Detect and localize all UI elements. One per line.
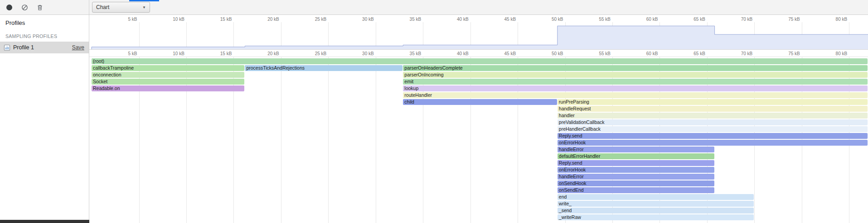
frame-label: processTicksAndRejections xyxy=(245,65,402,71)
frame-label: (root) xyxy=(92,58,868,64)
frame-handler[interactable]: handler xyxy=(558,113,868,119)
chart-view-select[interactable]: Chart ▼ xyxy=(92,2,150,13)
memory-ruler-bottom: 5 kB10 kB15 kB20 kB25 kB30 kB35 kB40 kB4… xyxy=(89,50,868,57)
overview-area-chart xyxy=(89,22,868,49)
focus-accent-bar xyxy=(129,0,159,1)
frame-label: lookup xyxy=(403,85,868,91)
frame-label: onErrorHook xyxy=(558,140,868,146)
frame-prevalidationcallback[interactable]: preValidationCallback xyxy=(558,119,868,125)
chevron-down-icon: ▼ xyxy=(142,5,146,9)
frame-writeraw[interactable]: _writeRaw xyxy=(558,214,754,220)
flame-row: routeHandler xyxy=(89,92,868,99)
record-icon xyxy=(6,5,12,10)
ruler-tick-label: 50 kB xyxy=(552,51,563,56)
ruler-tick-label: 65 kB xyxy=(693,17,705,22)
frame-label: handleError xyxy=(558,174,714,180)
frame-label: onSendEnd xyxy=(558,187,714,193)
flame-row: end xyxy=(89,194,868,200)
ruler-tick-label: 45 kB xyxy=(504,51,516,56)
ruler-tick-label: 25 kB xyxy=(315,51,327,56)
frame-routehandler[interactable]: routeHandler xyxy=(403,92,868,98)
frame-socket[interactable]: Socket xyxy=(92,79,244,85)
trash-icon xyxy=(37,4,43,11)
frame-label: runPreParsing xyxy=(558,99,868,105)
flame-chart: (root)callbackTrampolineprocessTicksAndR… xyxy=(89,57,868,223)
frame-parseronheaderscomplete[interactable]: parserOnHeadersComplete xyxy=(403,65,868,71)
frame-onerrorhook[interactable]: onErrorHook xyxy=(558,140,868,146)
frame-label: parserOnHeadersComplete xyxy=(403,65,868,71)
frame-child[interactable]: child xyxy=(403,99,557,105)
frame-label: write_ xyxy=(558,201,754,207)
flame-row: childrunPreParsing xyxy=(89,99,868,105)
frame-label: preHandlerCallback xyxy=(558,126,868,132)
ruler-tick-label: 40 kB xyxy=(457,51,469,56)
frame-defaulterrorhandler[interactable]: defaultErrorHandler xyxy=(558,153,714,159)
ruler-tick-label: 30 kB xyxy=(362,51,374,56)
view-select-value: Chart xyxy=(96,4,109,10)
frame-label: end xyxy=(558,194,754,200)
frame-send[interactable]: _send xyxy=(558,208,754,214)
frame-handleerror[interactable]: handleError xyxy=(558,147,714,152)
ruler-tick-label: 50 kB xyxy=(552,17,563,22)
sidebar-item-profile-1[interactable]: Profile 1 Save xyxy=(0,42,89,53)
frame-callbacktrampoline[interactable]: callbackTrampoline xyxy=(92,65,244,71)
ruler-tick-label: 55 kB xyxy=(599,17,611,22)
flame-row: handleError xyxy=(89,146,868,153)
frame-emit[interactable]: emit xyxy=(403,79,868,85)
ruler-tick-label: 75 kB xyxy=(788,51,800,56)
allocation-overview[interactable] xyxy=(89,22,868,50)
frame-label: Reply.send xyxy=(558,133,868,139)
frame-onsendhook[interactable]: onSendHook xyxy=(558,180,714,186)
frame-root[interactable]: (root) xyxy=(92,58,868,64)
frame-handleerror[interactable]: handleError xyxy=(558,174,714,180)
ruler-tick-label: 35 kB xyxy=(410,51,422,56)
frame-prehandlercallback[interactable]: preHandlerCallback xyxy=(558,126,868,132)
frame-label: callbackTrampoline xyxy=(92,65,244,71)
frame-label: defaultErrorHandler xyxy=(558,153,714,159)
clear-profiles-button[interactable] xyxy=(19,2,30,13)
frame-label: preValidationCallback xyxy=(558,119,868,125)
frame-write[interactable]: write_ xyxy=(558,201,754,207)
flame-row: Reply.send xyxy=(89,160,868,166)
flame-row: handleRequest xyxy=(89,105,868,112)
frame-lookup[interactable]: lookup xyxy=(403,85,868,91)
ruler-tick-label: 10 kB xyxy=(173,51,184,56)
frame-end[interactable]: end xyxy=(558,194,754,200)
ruler-tick-label: 10 kB xyxy=(173,17,184,22)
flame-row: preValidationCallback xyxy=(89,119,868,126)
ruler-tick-label: 20 kB xyxy=(267,51,279,56)
frame-parseronincoming[interactable]: parserOnIncoming xyxy=(403,72,868,78)
flame-row: onErrorHook xyxy=(89,139,868,146)
frame-readable-on[interactable]: Readable.on xyxy=(92,85,244,91)
frame-handlerequest[interactable]: handleRequest xyxy=(558,106,868,112)
ruler-tick-label: 15 kB xyxy=(220,51,232,56)
frame-label: parserOnIncoming xyxy=(403,72,868,78)
ruler-tick-label: 60 kB xyxy=(646,17,658,22)
frame-runpreparsing[interactable]: runPreParsing xyxy=(558,99,868,105)
sidebar-title: Profiles xyxy=(0,15,89,28)
save-profile-link[interactable]: Save xyxy=(72,44,84,51)
flame-row: handler xyxy=(89,112,868,119)
frame-onerrorhook[interactable]: onErrorHook xyxy=(558,167,714,173)
record-button[interactable] xyxy=(4,2,15,13)
flame-row: _send xyxy=(89,207,868,214)
ruler-tick-label: 45 kB xyxy=(504,17,516,22)
ruler-tick-label: 80 kB xyxy=(836,17,848,22)
ruler-tick-label: 70 kB xyxy=(741,51,753,56)
frame-label: Socket xyxy=(92,79,244,85)
frame-reply-send[interactable]: Reply.send xyxy=(558,133,868,139)
toolbar-button-group xyxy=(0,2,45,13)
ruler-tick-label: 80 kB xyxy=(836,51,848,56)
circle-slash-icon xyxy=(21,4,28,11)
frame-onsendend[interactable]: onSendEnd xyxy=(558,187,714,193)
frame-label: routeHandler xyxy=(403,92,868,98)
toolbar: Chart ▼ xyxy=(0,0,868,15)
frame-label: onconnection xyxy=(92,72,244,78)
flame-row: onErrorHook xyxy=(89,166,868,173)
frame-label: _writeRaw xyxy=(558,214,754,220)
frame-processticksandrejections[interactable]: processTicksAndRejections xyxy=(245,65,402,71)
flame-row: callbackTrampolineprocessTicksAndRejecti… xyxy=(89,65,868,71)
frame-onconnection[interactable]: onconnection xyxy=(92,72,244,78)
delete-profile-button[interactable] xyxy=(34,2,45,13)
frame-reply-send[interactable]: Reply.send xyxy=(558,160,714,166)
